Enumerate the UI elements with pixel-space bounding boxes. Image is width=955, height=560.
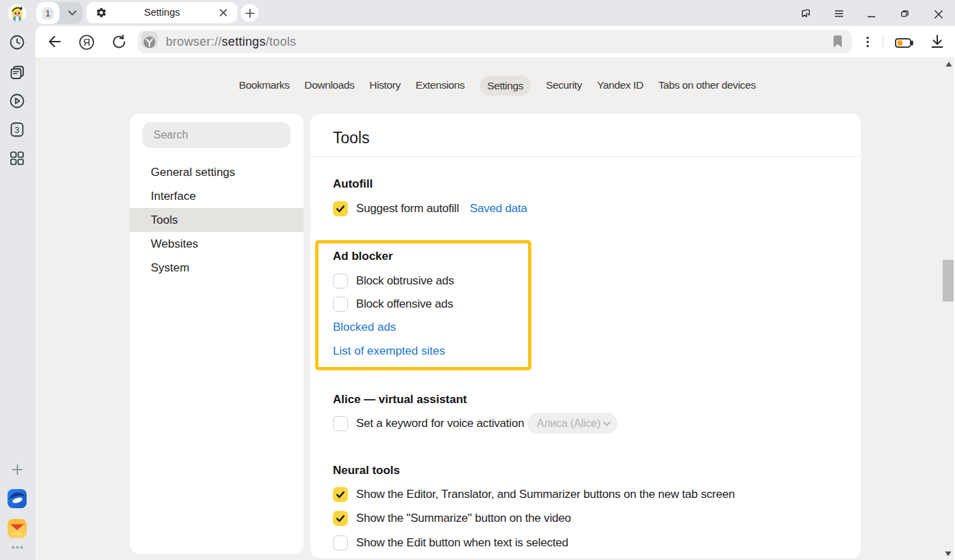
svg-text:3: 3	[15, 126, 20, 135]
svg-text:Я: Я	[83, 37, 90, 48]
svg-text:1: 1	[45, 8, 50, 18]
